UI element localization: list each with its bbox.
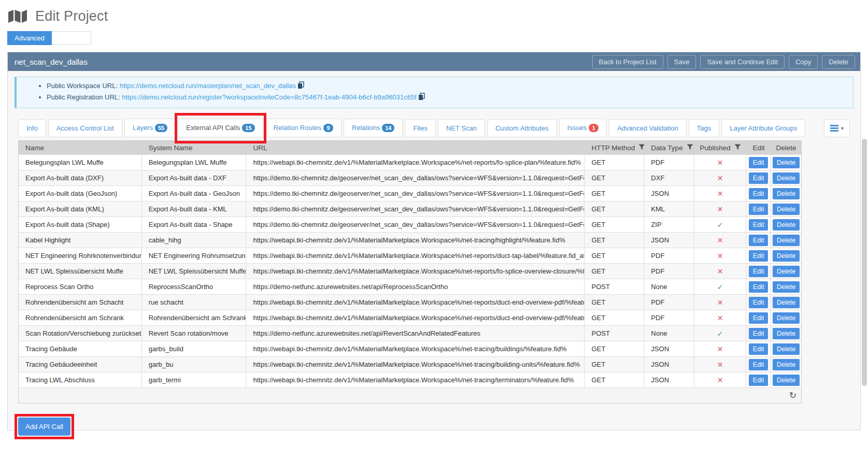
cell-url: https://webapi.tki-chemnitz.de/v1/%Mater…: [246, 264, 585, 279]
cell-http-method: GET: [585, 372, 644, 387]
delete-button[interactable]: Delete: [773, 281, 800, 293]
edit-button[interactable]: Edit: [749, 297, 769, 308]
edit-button[interactable]: Edit: [749, 343, 769, 355]
tab-layers[interactable]: Layers55: [124, 119, 176, 137]
tab-custom-attributes[interactable]: Custom Attributes: [487, 119, 557, 137]
cell-url: https://demo.tki-chemnitz.de/geoserver/n…: [246, 202, 585, 217]
cell-system-name: ReprocessScanOrtho: [142, 279, 247, 294]
cell-url: https://webapi.tki-chemnitz.de/v1/%Mater…: [246, 295, 585, 310]
edit-button[interactable]: Edit: [749, 281, 769, 293]
tab-external-api-calls[interactable]: External API Calls15: [178, 119, 263, 137]
cell-data-type: None: [644, 279, 694, 294]
delete-button[interactable]: Delete: [773, 219, 800, 231]
delete-button[interactable]: Delete: [773, 375, 800, 386]
column-header-method: HTTP Method: [585, 144, 644, 152]
delete-button[interactable]: Delete: [773, 157, 800, 168]
alert-item-link[interactable]: https://demo.netcloud.run/register?works…: [122, 93, 416, 101]
delete-button[interactable]: Delete: [773, 328, 800, 339]
cell-system-name: garb_termi: [142, 372, 247, 387]
cell-data-type: ZIP: [644, 217, 694, 232]
delete-button[interactable]: Delete: [773, 204, 800, 215]
browser-scrollbar[interactable]: [861, 0, 868, 460]
edit-button[interactable]: Edit: [749, 359, 769, 370]
edit-button[interactable]: Edit: [749, 375, 769, 386]
filter-icon[interactable]: [638, 144, 644, 152]
tab-tags[interactable]: Tags: [689, 119, 719, 137]
delete-button[interactable]: Delete: [773, 343, 800, 355]
cell-delete: Delete: [771, 217, 801, 232]
refresh-icon[interactable]: ↻: [789, 391, 796, 400]
add-api-call-button[interactable]: Add API Call: [18, 418, 70, 436]
tab-advanced-validation[interactable]: Advanced Validation: [609, 119, 687, 137]
tab-label: Info: [26, 124, 38, 132]
tab-files[interactable]: Files: [405, 119, 435, 137]
delete-button[interactable]: Delete: [773, 312, 800, 324]
cell-data-type: DXF: [644, 170, 694, 185]
edit-button[interactable]: Edit: [749, 188, 769, 199]
edit-button[interactable]: Edit: [749, 250, 769, 262]
tab-relations[interactable]: Relations14: [344, 119, 403, 137]
cell-url: https://webapi.tki-chemnitz.de/v1/%Mater…: [246, 233, 585, 248]
cell-http-method: GET: [585, 264, 644, 279]
tab-layer-attribute-groups[interactable]: Layer Attribute Groups: [721, 119, 805, 137]
column-header-label: System Name: [149, 144, 193, 152]
cell-url: https://demo-netfunc.azurewebsites.net/a…: [246, 279, 585, 294]
tab-info[interactable]: Info: [18, 119, 46, 137]
delete-button[interactable]: Delete: [773, 297, 800, 308]
filter-icon[interactable]: [734, 144, 741, 152]
delete-button[interactable]: Delete: [773, 266, 800, 277]
alert-item: Public Registration URL: https://demo.ne…: [47, 92, 846, 104]
cell-url: https://demo.tki-chemnitz.de/geoserver/n…: [246, 217, 585, 232]
copy-icon[interactable]: [297, 81, 304, 92]
edit-button[interactable]: Edit: [749, 312, 769, 324]
tab-relation-routes[interactable]: Relation Routes9: [265, 119, 342, 137]
cell-delete: Delete: [771, 233, 801, 248]
tab-advanced[interactable]: Advanced: [7, 31, 52, 45]
cell-published: ✓: [694, 326, 746, 341]
edit-button[interactable]: Edit: [749, 157, 769, 168]
cell-delete: Delete: [771, 248, 801, 263]
cell-system-name: garbs_build: [142, 341, 247, 356]
toolbar-button-save[interactable]: Save: [667, 55, 696, 69]
edit-button[interactable]: Edit: [749, 219, 769, 231]
alert-item-label: Public Registration URL:: [47, 93, 122, 101]
delete-button[interactable]: Delete: [773, 359, 800, 370]
cell-data-type: PDF: [644, 310, 694, 325]
tab-issues[interactable]: Issues1: [559, 119, 607, 137]
toolbar-button-delete[interactable]: Delete: [822, 55, 855, 69]
edit-button[interactable]: Edit: [749, 204, 769, 215]
toolbar-button-copy[interactable]: Copy: [789, 55, 818, 69]
edit-button[interactable]: Edit: [749, 235, 769, 246]
alert-item-link[interactable]: https://demo.netcloud.run/masterplan/net…: [120, 82, 296, 90]
edit-button[interactable]: Edit: [749, 328, 769, 339]
cell-url: https://demo.tki-chemnitz.de/geoserver/n…: [246, 186, 585, 201]
delete-button[interactable]: Delete: [773, 172, 800, 184]
cell-name: Scan Rotation/Verschiebung zurücksetzen: [19, 326, 142, 341]
toolbar-button-back-to-project-list[interactable]: Back to Project List: [592, 55, 663, 69]
edit-button[interactable]: Edit: [749, 172, 769, 184]
tab-label: Relations: [352, 124, 380, 132]
published-cross-icon: ✕: [717, 314, 723, 322]
cell-published: ✕: [694, 170, 746, 185]
copy-icon[interactable]: [418, 93, 425, 104]
api-calls-grid: NameSystem NameURLHTTP MethodData TypePu…: [18, 140, 802, 404]
tab-access-control-list[interactable]: Access Control List: [48, 119, 122, 137]
published-cross-icon: ✕: [717, 345, 723, 353]
cell-published: ✕: [694, 202, 746, 217]
delete-button[interactable]: Delete: [773, 250, 800, 262]
delete-button[interactable]: Delete: [773, 188, 800, 199]
cell-edit: Edit: [746, 248, 771, 263]
edit-button[interactable]: Edit: [749, 266, 769, 277]
grid-menu-button[interactable]: ▾: [824, 119, 850, 138]
filter-icon[interactable]: [687, 144, 693, 152]
toolbar-button-save-and-continue-edit[interactable]: Save and Continue Edit: [700, 55, 785, 69]
tab-net-scan[interactable]: NET Scan: [438, 119, 485, 137]
page-title: Edit Project: [35, 8, 108, 24]
delete-button[interactable]: Delete: [773, 235, 800, 246]
scrollbar-thumb[interactable]: [862, 139, 867, 386]
column-header-del: Delete: [771, 144, 801, 152]
tab-blank[interactable]: [52, 31, 91, 45]
tab-badge: 15: [242, 124, 254, 132]
cell-edit: Edit: [746, 202, 771, 217]
cell-name: Belegungsplan LWL Muffe: [19, 155, 142, 170]
